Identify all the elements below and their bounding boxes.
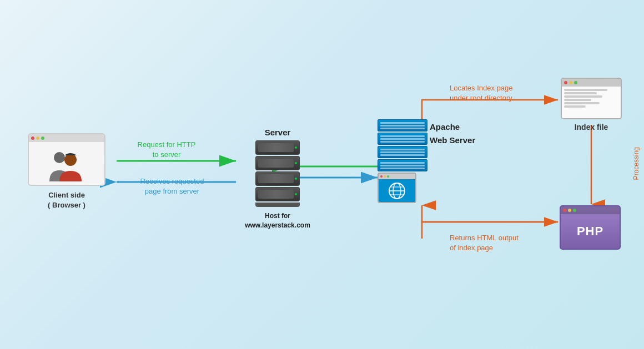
label-returns-html: Returns HTML output of index page [450, 233, 561, 253]
server-box: Server Host for www.laye [239, 128, 316, 230]
file-body [562, 87, 621, 118]
server-unit-2 [255, 156, 300, 170]
svg-point-12 [54, 152, 65, 163]
php-dot-yellow [568, 209, 571, 212]
apache-stack-wrap: Apache Web Server [378, 119, 489, 203]
apache-stack [378, 119, 427, 203]
php-body: PHP [561, 214, 620, 249]
server-unit-4 [255, 187, 300, 201]
file-window [561, 78, 622, 119]
apache-unit-2 [378, 133, 427, 145]
apache-unit-1 [378, 119, 427, 131]
server-base [255, 203, 300, 207]
file-titlebar [562, 79, 621, 87]
apache-unit-4 [378, 159, 427, 171]
people-svg [42, 145, 92, 181]
dot-green-dot [41, 136, 44, 140]
php-titlebar [561, 206, 620, 214]
apache-right-label: Apache Web Server [430, 119, 475, 145]
php-window: PHP [560, 205, 621, 250]
svg-point-13 [64, 154, 77, 166]
client-box: Client side ( Browser ) [22, 133, 111, 210]
globe-icon [388, 182, 406, 200]
server-unit-1 [255, 140, 300, 155]
php-box: PHP [560, 205, 621, 250]
client-label: Client side ( Browser ) [22, 190, 111, 210]
apache-browser-mini [378, 173, 416, 203]
browser-body [29, 142, 104, 185]
file-dot-yellow [569, 81, 572, 84]
label-processing: Processing [632, 147, 641, 180]
server-label: Server [239, 128, 316, 137]
browser-titlebar [29, 134, 104, 142]
server-unit-3 [255, 171, 300, 186]
dot-yellow [36, 136, 39, 140]
browser-window [28, 133, 105, 186]
php-label: PHP [577, 224, 603, 239]
diagram-container: Client side ( Browser ) Server [0, 0, 644, 349]
label-request-http: Request for HTTP to server [119, 140, 214, 160]
label-receives-page: Receives requested page from server [119, 176, 225, 196]
apache-box: Apache Web Server [378, 119, 489, 203]
php-dot-red [563, 209, 566, 212]
file-dot-red [564, 81, 567, 84]
apache-unit-3 [378, 146, 427, 158]
file-dot-green [574, 81, 577, 84]
label-locates-index: Locates Index page under root directory [450, 83, 555, 103]
dot-red [31, 136, 34, 140]
index-file-label: Index file [561, 123, 622, 131]
server-bottom-label: Host for www.layerstack.com [239, 211, 316, 230]
index-file-box: Index file [561, 78, 622, 131]
php-dot-green [573, 209, 576, 212]
server-stack [255, 140, 300, 207]
apache-browser-bar [379, 174, 415, 179]
apache-browser-content [379, 179, 415, 202]
